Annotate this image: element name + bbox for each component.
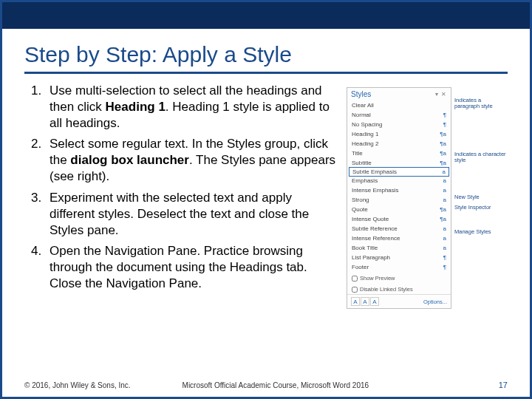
content-area: Use multi-selection to select all the he… [2,83,530,309]
style-type-icon: ¶a [440,150,446,157]
callout-manage-styles: Manage Styles [454,229,508,235]
style-item[interactable]: Heading 2¶a [347,139,451,149]
style-item[interactable]: Normal¶ [347,110,451,120]
style-item[interactable]: Title¶a [347,149,451,158]
style-item[interactable]: Heading 1¶a [347,129,451,139]
style-item-label: Book Title [352,245,378,251]
style-item-label: No Spacing [352,121,382,128]
pane-controls-icon[interactable]: ▾ ✕ [435,91,447,98]
style-type-icon: ¶a [440,206,446,213]
step-text: Experiment with the selected text and ap… [50,191,309,237]
manage-styles-icon[interactable]: A [370,297,379,306]
style-item[interactable]: Intense Quote¶a [347,214,451,224]
style-type-icon: a [443,235,446,242]
step-text: Open the Navigation Pane. Practice brows… [50,244,307,290]
callout-character-style: Indicates a character style [454,151,508,164]
style-item-label: Normal [352,112,371,118]
styles-list: Clear AllNormal¶No Spacing¶Heading 1¶aHe… [347,100,451,272]
style-type-icon: ¶a [440,140,446,147]
style-item[interactable]: Quote¶a [347,205,451,214]
copyright-text: © 2016, John Wiley & Sons, Inc. [24,381,131,389]
style-item[interactable]: Intense Emphasisa [347,185,451,195]
style-inspector-icon[interactable]: A [361,297,369,306]
new-style-icon[interactable]: A [351,297,360,306]
step-bold: Heading 1 [106,100,166,114]
style-type-icon: a [443,168,446,175]
style-item-label: Intense Emphasis [352,187,399,194]
style-item-label: Intense Reference [352,235,400,242]
callout-style-inspector: Style Inspector [454,205,508,211]
style-item-label: Strong [352,197,369,203]
top-bar [2,2,530,29]
style-item-label: List Paragraph [352,254,390,261]
style-type-icon: ¶ [443,121,446,128]
style-item-label: Footer [352,264,369,270]
styles-pane-title: Styles [351,90,371,98]
style-item[interactable]: Subtle Referencea [347,224,451,233]
show-preview-row[interactable]: Show Preview [347,272,451,283]
title-rule [24,72,508,74]
style-item-label: Subtle Emphasis [352,168,397,175]
step-4: Open the Navigation Pane. Practice brows… [45,243,338,292]
disable-linked-row[interactable]: Disable Linked Styles [347,283,451,294]
style-type-icon: ¶ [443,112,446,118]
style-item-label: Quote [352,206,368,213]
course-text: Microsoft Official Academic Course, Micr… [183,381,369,389]
slide-title: Step by Step: Apply a Style [2,29,530,72]
step-3: Experiment with the selected text and ap… [45,190,338,239]
steps-list: Use multi-selection to select all the he… [24,83,338,309]
style-type-icon: a [443,177,446,184]
style-item[interactable]: No Spacing¶ [347,120,451,129]
style-type-icon: ¶a [440,160,446,166]
style-type-icon: a [443,225,446,232]
style-type-icon: a [443,187,446,194]
style-type-icon: a [443,245,446,251]
step-1: Use multi-selection to select all the he… [45,83,338,132]
style-item-label: Heading 2 [352,140,378,147]
style-item-label: Subtitle [352,160,372,166]
callout-new-style: New Style [454,194,508,200]
step-2: Select some regular text. In the Styles … [45,136,338,185]
slide: Step by Step: Apply a Style Use multi-se… [0,0,532,399]
style-type-icon: a [443,197,446,203]
styles-pane: Styles ▾ ✕ Clear AllNormal¶No Spacing¶He… [347,87,451,309]
style-item-label: Subtle Reference [352,225,398,232]
style-type-icon: ¶a [440,216,446,222]
style-item[interactable]: Intense Referencea [347,233,451,243]
style-type-icon: ¶a [440,131,446,137]
disable-linked-checkbox[interactable] [352,287,358,293]
style-type-icon: ¶ [443,254,446,261]
page-number: 17 [499,381,508,389]
slide-footer: © 2016, John Wiley & Sons, Inc. Microsof… [24,381,508,389]
style-item[interactable]: Book Titlea [347,243,451,253]
style-item[interactable]: List Paragraph¶ [347,253,451,262]
styles-pane-footer: AAA Options... [347,294,451,308]
style-item-label: Emphasis [352,177,378,184]
callouts: Indicates a paragraph style Indicates a … [454,87,508,235]
right-column: Styles ▾ ✕ Clear AllNormal¶No Spacing¶He… [347,83,508,309]
style-item-label: Heading 1 [352,131,378,137]
style-item-label: Clear All [352,102,374,109]
show-preview-checkbox[interactable] [352,276,358,282]
disable-linked-label: Disable Linked Styles [360,286,413,293]
style-item[interactable]: Emphasisa [347,176,451,185]
style-item[interactable]: Stronga [347,195,451,205]
show-preview-label: Show Preview [360,275,395,282]
style-item[interactable]: Footer¶ [347,262,451,272]
options-link[interactable]: Options... [423,299,447,305]
style-type-icon: ¶ [443,264,446,270]
step-bold: dialog box launcher [70,153,189,167]
style-item-label: Intense Quote [352,216,389,222]
styles-pane-header: Styles ▾ ✕ [347,88,451,100]
style-item[interactable]: Clear All [347,100,451,110]
style-item-label: Title [352,150,363,157]
callout-paragraph-style: Indicates a paragraph style [454,98,508,110]
